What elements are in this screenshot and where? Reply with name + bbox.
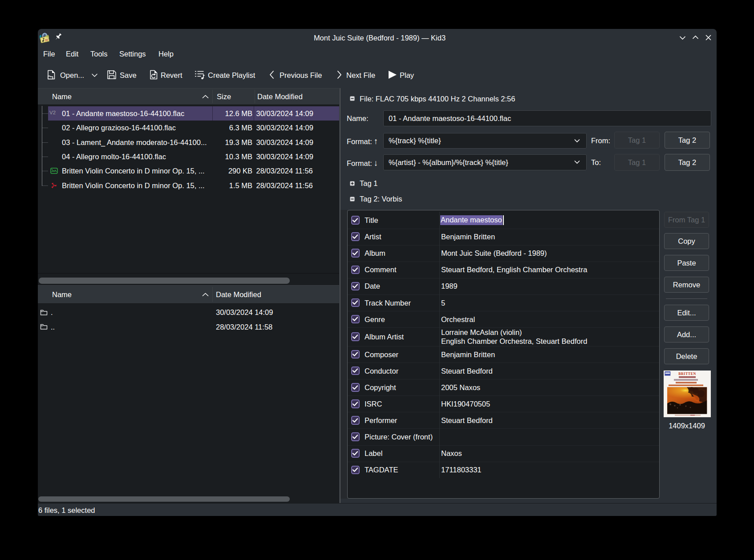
svg-text:BRITTEN: BRITTEN — [678, 372, 696, 376]
